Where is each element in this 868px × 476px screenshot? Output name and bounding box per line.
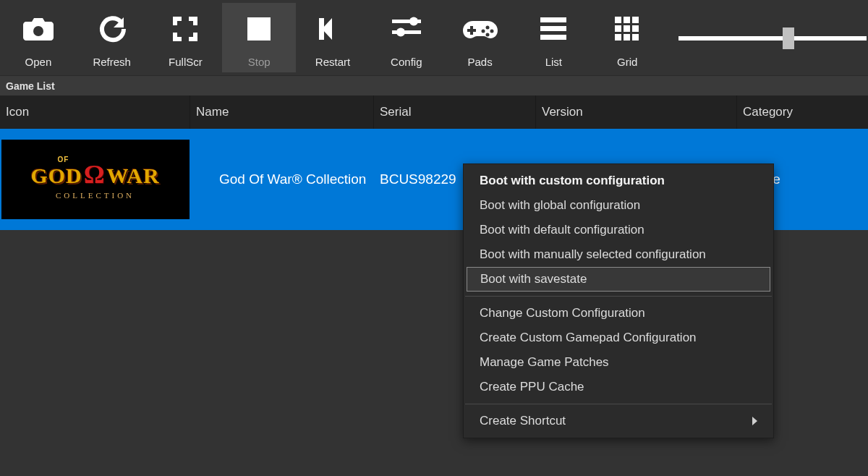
fullscr-button[interactable]: FullScr bbox=[149, 3, 223, 72]
svg-point-12 bbox=[481, 29, 485, 33]
fullscreen-icon bbox=[171, 12, 199, 46]
col-header-icon-label: Icon bbox=[6, 105, 29, 119]
refresh-label: Refresh bbox=[93, 56, 131, 68]
svg-rect-21 bbox=[632, 25, 639, 32]
refresh-button[interactable]: Refresh bbox=[75, 3, 149, 72]
grid-label: Grid bbox=[617, 56, 637, 68]
list-title-bar: Game List bbox=[0, 75, 868, 95]
gamepad-icon bbox=[463, 12, 498, 46]
svg-rect-8 bbox=[467, 29, 476, 32]
col-header-serial-label: Serial bbox=[380, 105, 411, 119]
svg-rect-16 bbox=[615, 17, 621, 23]
stop-button[interactable]: Stop bbox=[222, 3, 296, 72]
pads-label: Pads bbox=[467, 56, 492, 68]
menu-manage-patches-label: Manage Game Patches bbox=[480, 355, 609, 370]
game-icon-cell: OF GOD Ω WAR COLLECTION bbox=[0, 129, 190, 230]
col-header-version[interactable]: Version bbox=[536, 95, 737, 129]
menu-boot-savestate[interactable]: Boot with savestate bbox=[467, 267, 770, 292]
config-button[interactable]: Config bbox=[370, 3, 443, 72]
list-title: Game List bbox=[6, 80, 55, 92]
submenu-arrow-icon bbox=[752, 417, 757, 425]
svg-rect-17 bbox=[624, 17, 630, 23]
menu-manage-patches[interactable]: Manage Game Patches bbox=[464, 350, 773, 375]
svg-point-0 bbox=[33, 26, 43, 36]
svg-rect-22 bbox=[615, 34, 621, 41]
menu-change-custom-config-label: Change Custom Configuration bbox=[480, 306, 645, 320]
menu-boot-default[interactable]: Boot with default configuration bbox=[464, 218, 773, 242]
list-label: List bbox=[545, 56, 562, 68]
stop-icon bbox=[246, 12, 272, 46]
grid-icon bbox=[615, 12, 639, 46]
menu-boot-custom-label: Boot with custom configuration bbox=[480, 174, 665, 188]
sliders-icon bbox=[392, 12, 421, 46]
slider-thumb[interactable] bbox=[783, 27, 794, 49]
svg-point-5 bbox=[409, 17, 418, 25]
restart-button[interactable]: Restart bbox=[296, 3, 370, 72]
col-header-name[interactable]: Name bbox=[190, 95, 374, 129]
menu-separator bbox=[465, 296, 772, 297]
restart-icon bbox=[319, 12, 346, 46]
columns-header: Icon Name Serial Version Category bbox=[0, 95, 868, 129]
game-serial: BCUS98229 bbox=[380, 171, 456, 187]
menu-create-gamepad-config[interactable]: Create Custom Gamepad Configuration bbox=[464, 326, 773, 350]
icon-size-slider-wrap bbox=[664, 25, 867, 51]
thumb-main1: GOD bbox=[30, 163, 82, 188]
svg-rect-13 bbox=[540, 17, 566, 22]
thumb-sub: COLLECTION bbox=[56, 191, 135, 200]
col-header-name-label: Name bbox=[196, 105, 229, 119]
svg-rect-18 bbox=[632, 17, 639, 23]
main-toolbar: Open Refresh FullScr Stop Restart Config bbox=[0, 0, 868, 75]
menu-create-shortcut[interactable]: Create Shortcut bbox=[464, 409, 773, 433]
list-button[interactable]: List bbox=[516, 3, 590, 72]
menu-separator bbox=[465, 404, 772, 404]
col-header-category[interactable]: Category bbox=[737, 95, 868, 129]
menu-boot-global[interactable]: Boot with global configuration bbox=[464, 193, 773, 218]
svg-rect-23 bbox=[624, 34, 630, 41]
context-menu: Boot with custom configuration Boot with… bbox=[463, 163, 774, 438]
col-header-icon[interactable]: Icon bbox=[0, 95, 190, 129]
thumb-omega: Ω bbox=[84, 159, 106, 190]
svg-rect-14 bbox=[540, 26, 566, 31]
menu-create-ppu-cache-label: Create PPU Cache bbox=[480, 380, 584, 394]
svg-point-9 bbox=[485, 25, 489, 29]
svg-rect-1 bbox=[247, 17, 271, 41]
restart-label: Restart bbox=[315, 56, 350, 68]
camera-icon bbox=[23, 12, 54, 46]
config-label: Config bbox=[391, 56, 422, 68]
svg-point-11 bbox=[485, 33, 489, 36]
open-button[interactable]: Open bbox=[1, 3, 75, 72]
col-header-category-label: Category bbox=[743, 105, 793, 119]
thumb-of: OF bbox=[58, 156, 69, 163]
list-icon bbox=[540, 12, 566, 46]
svg-rect-2 bbox=[319, 18, 324, 40]
svg-rect-19 bbox=[615, 25, 621, 32]
pads-button[interactable]: Pads bbox=[443, 3, 517, 72]
menu-create-ppu-cache[interactable]: Create PPU Cache bbox=[464, 375, 773, 399]
menu-create-gamepad-config-label: Create Custom Gamepad Configuration bbox=[480, 331, 697, 345]
menu-boot-default-label: Boot with default configuration bbox=[480, 223, 644, 237]
fullscr-label: FullScr bbox=[169, 56, 203, 68]
svg-rect-24 bbox=[632, 34, 639, 41]
svg-point-6 bbox=[396, 27, 405, 36]
menu-create-shortcut-label: Create Shortcut bbox=[480, 414, 566, 428]
svg-point-10 bbox=[490, 29, 493, 33]
thumb-main2: WAR bbox=[107, 163, 160, 188]
game-name: God Of War® Collection bbox=[219, 170, 366, 190]
game-thumbnail: OF GOD Ω WAR COLLECTION bbox=[1, 140, 190, 219]
grid-button[interactable]: Grid bbox=[590, 3, 664, 72]
slider-track bbox=[678, 36, 867, 41]
menu-boot-custom[interactable]: Boot with custom configuration bbox=[464, 169, 773, 193]
col-header-serial[interactable]: Serial bbox=[374, 95, 536, 129]
menu-boot-manual-label: Boot with manually selected configuratio… bbox=[480, 247, 706, 262]
menu-change-custom-config[interactable]: Change Custom Configuration bbox=[464, 301, 773, 326]
stop-label: Stop bbox=[248, 56, 271, 68]
svg-rect-15 bbox=[540, 35, 566, 40]
menu-boot-savestate-label: Boot with savestate bbox=[480, 272, 587, 286]
game-name-cell: God Of War® Collection bbox=[190, 129, 374, 230]
menu-boot-manual[interactable]: Boot with manually selected configuratio… bbox=[464, 242, 773, 267]
menu-boot-global-label: Boot with global configuration bbox=[480, 198, 640, 213]
refresh-icon bbox=[98, 12, 127, 46]
svg-rect-20 bbox=[624, 25, 630, 32]
icon-size-slider[interactable] bbox=[678, 25, 867, 51]
col-header-version-label: Version bbox=[542, 105, 583, 119]
